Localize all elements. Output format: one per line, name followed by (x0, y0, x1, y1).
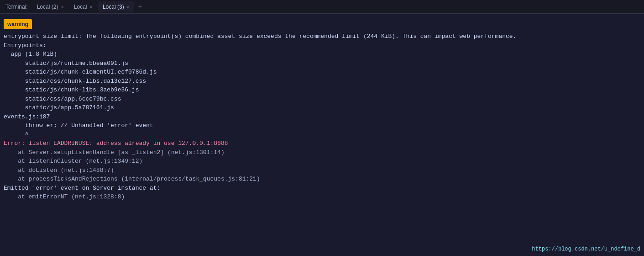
terminal-line: Entrypoints: (4, 41, 640, 50)
terminal-line: static/css/chunk-libs.da13e127.css (4, 77, 640, 86)
terminal-line: entrypoint size limit: The following ent… (4, 32, 640, 41)
tab-local-2-close[interactable]: × (61, 4, 63, 10)
add-tab-button[interactable]: + (135, 3, 145, 11)
terminal-line: at doListen (net.js:1488:7) (4, 166, 640, 175)
terminal-content: warning entrypoint size limit: The follo… (0, 14, 644, 256)
tab-local-close[interactable]: × (90, 4, 93, 10)
terminal-line: static/js/runtime.bbeaa091.js (4, 59, 640, 68)
csdn-link[interactable]: https://blog.csdn.net/u_ndefine_d (532, 246, 640, 252)
terminal-line: Error: listen EADDRINUSE: address alread… (4, 139, 640, 148)
terminal-line: at emitErrorNT (net.js:1328:8) (4, 192, 640, 202)
terminal-lines: entrypoint size limit: The following ent… (4, 32, 640, 202)
terminal-line: Emitted 'error' event on Server instance… (4, 184, 640, 193)
terminal-line: static/css/app.6ccc79bc.css (4, 95, 640, 104)
terminal-line: at listenInCluster (net.js:1349:12) (4, 157, 640, 166)
tab-bar: Terminal: Local (2) × Local × Local (3) … (0, 0, 644, 14)
tab-local-3-close[interactable]: × (127, 4, 130, 10)
tab-local-3-label: Local (3) (103, 4, 124, 10)
terminal-line: events.js:187 (4, 112, 640, 122)
tab-local-label: Local (74, 4, 87, 10)
tab-local-2[interactable]: Local (2) × (32, 1, 68, 12)
terminal-line: static/js/chunk-libs.3aeb9e36.js (4, 85, 640, 95)
tab-local[interactable]: Local × (69, 1, 97, 12)
terminal-line: static/js/app.5a787161.js (4, 103, 640, 112)
tab-local-3[interactable]: Local (3) × (98, 1, 134, 12)
terminal-line: static/js/chunk-elementUI.ecf0786d.js (4, 68, 640, 77)
terminal-line: at processTicksAndRejections (internal/p… (4, 175, 640, 184)
terminal-line: throw er; // Unhandled 'error' event (4, 121, 640, 130)
warning-badge-container: warning (4, 16, 640, 32)
terminal-line: at Server.setupListenHandle [as _listen2… (4, 148, 640, 157)
terminal-label: Terminal: (2, 4, 31, 10)
terminal-line: app (1.8 MiB) (4, 50, 640, 59)
terminal-line: ^ (4, 130, 640, 139)
warning-badge: warning (4, 19, 32, 29)
tab-local-2-label: Local (2) (37, 4, 58, 10)
